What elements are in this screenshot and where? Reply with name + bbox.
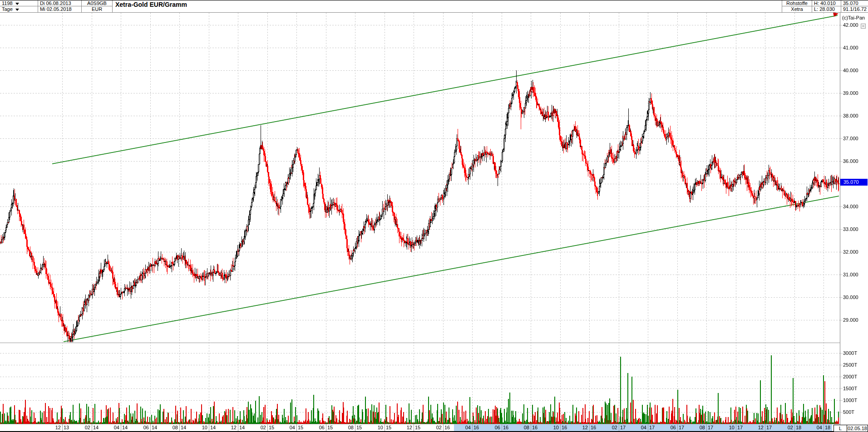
current-price-badge: 35.070 bbox=[840, 179, 868, 186]
date-tick-label: 1016 bbox=[546, 425, 575, 431]
price-tick-label: 30.000 bbox=[843, 295, 858, 300]
last-bar-flag: L bbox=[833, 425, 847, 432]
price-tick-label: 31.000 bbox=[843, 272, 858, 278]
chevron-down-icon bbox=[15, 9, 19, 11]
date-tick-label: 0415 bbox=[282, 425, 311, 431]
date-tick-label: 0215 bbox=[253, 425, 282, 431]
wkn-label: A0S9GB bbox=[82, 0, 113, 6]
collapse-button[interactable]: − bbox=[861, 24, 866, 29]
date-tick-label: 0414 bbox=[106, 425, 135, 431]
date-tick-label: 0617 bbox=[663, 425, 692, 431]
volume-tick-label: 500T bbox=[843, 409, 854, 415]
date-tick-label: 1017 bbox=[721, 425, 750, 431]
price-tick-label: 32.000 bbox=[843, 249, 858, 255]
date-axis: 1213021404140614081410141214021504150615… bbox=[0, 425, 840, 431]
date-tick-label: 1217 bbox=[750, 425, 779, 431]
volume-tick-label: 1500T bbox=[843, 386, 857, 392]
timeframe-dropdown[interactable]: Tage bbox=[0, 6, 38, 12]
price-tick-label: 38.000 bbox=[843, 113, 858, 119]
timeframe-value: Tage bbox=[2, 6, 13, 12]
volume-tick-label: 3000T bbox=[843, 350, 857, 356]
date-tick-label: 0816 bbox=[516, 425, 545, 431]
date-tick-label: 0616 bbox=[487, 425, 516, 431]
date-tick-label: 1216 bbox=[575, 425, 604, 431]
date-tick-label: 0216 bbox=[429, 425, 458, 431]
tai-pan-chart-window: 1198 Di 06.08.2013 A0S9GB Tage Mi 02.05.… bbox=[0, 0, 868, 432]
date-tick-label: 0416 bbox=[458, 425, 487, 431]
volume-tick-label: 2500T bbox=[843, 362, 857, 368]
date-tick-label: 1215 bbox=[399, 425, 428, 431]
date-tick-label: 0817 bbox=[692, 425, 721, 431]
ratio-label: 91.1/16.72 bbox=[841, 6, 868, 12]
date-tick-label: 0417 bbox=[633, 425, 662, 431]
volume-tick-label: 2000T bbox=[843, 374, 857, 380]
start-date-field[interactable]: Di 06.08.2013 bbox=[38, 0, 82, 6]
date-tick-label: 0815 bbox=[340, 425, 370, 431]
date-tick-label: 1014 bbox=[194, 425, 223, 431]
price-tick-label: 29.000 bbox=[843, 317, 858, 323]
end-date-field[interactable]: Mi 02.05.2018 bbox=[38, 6, 82, 12]
price-tick-label: 42.000 bbox=[843, 22, 858, 28]
date-tick-label: 0218 bbox=[780, 425, 809, 431]
price-tick-label: 34.000 bbox=[843, 204, 858, 210]
bars-count-dropdown[interactable]: 1198 bbox=[0, 0, 38, 6]
volume-tick-label: 1000T bbox=[843, 398, 857, 403]
last-price-label: 35.070 bbox=[841, 0, 868, 6]
date-tick-label: 0615 bbox=[311, 425, 340, 431]
date-tick-label: 0614 bbox=[136, 425, 165, 431]
chevron-down-icon bbox=[15, 3, 19, 5]
period-high-label: H: 40.010 bbox=[812, 0, 841, 6]
date-tick-label: 0814 bbox=[165, 425, 194, 431]
chart-header: 1198 Di 06.08.2013 A0S9GB Tage Mi 02.05.… bbox=[0, 0, 868, 13]
date-tick-label: 0214 bbox=[77, 425, 106, 431]
price-tick-label: 40.000 bbox=[843, 68, 858, 74]
date-tick-label: 1214 bbox=[223, 425, 252, 431]
price-tick-label: 33.000 bbox=[843, 226, 858, 232]
price-tick-label: 37.000 bbox=[843, 136, 858, 142]
copyright-label: (c)Tai-Pan bbox=[842, 15, 865, 20]
date-tick-label: 1213 bbox=[48, 425, 77, 431]
exchange-label: Xetra bbox=[782, 6, 812, 12]
instrument-title: Xetra-Gold EUR/Gramm bbox=[115, 1, 187, 8]
currency-label: EUR bbox=[82, 6, 113, 12]
period-low-label: L: 28.030 bbox=[812, 6, 841, 12]
date-tick-label: 1015 bbox=[370, 425, 399, 431]
bars-count-value: 1198 bbox=[2, 0, 13, 6]
category-label: Rohstoffe bbox=[782, 0, 812, 6]
date-tick-label: 0217 bbox=[604, 425, 633, 431]
cursor-date-cell: 02.05.18 bbox=[847, 425, 868, 432]
price-tick-label: 41.000 bbox=[843, 45, 858, 51]
price-tick-label: 36.000 bbox=[843, 158, 858, 164]
price-tick-label: 39.000 bbox=[843, 90, 858, 96]
chart-canvas[interactable] bbox=[0, 0, 868, 432]
